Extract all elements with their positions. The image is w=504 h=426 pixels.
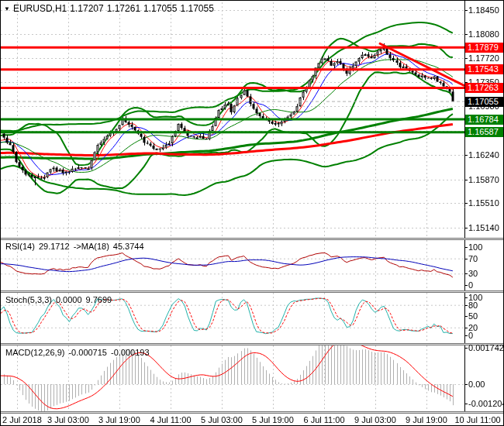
trading-chart-window: ▼EURUSD,H11.172071.172611.170551.17055 R…: [0, 0, 504, 426]
price-chart-canvas[interactable]: [1, 1, 504, 426]
